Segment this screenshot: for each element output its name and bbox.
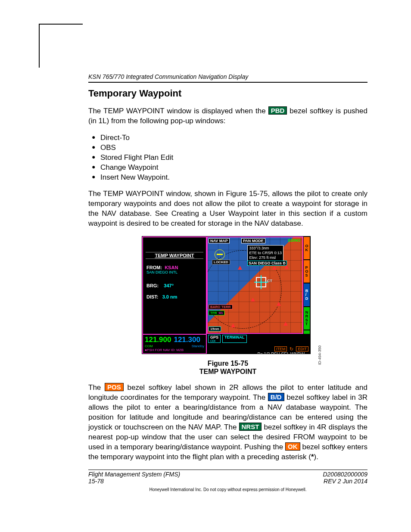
figure-caption: Figure 15-75 TEMP WAYPOINT xyxy=(88,359,367,376)
text: ). xyxy=(314,453,318,461)
bottom-strip: 121.900 121.300 COM Standby ●PSH FOR NAV… xyxy=(142,334,310,354)
device-screenshot: TEMP WAYPOINT FROM: KSAN SAN DIEGO INTL … xyxy=(142,236,311,354)
text: The TEMP WAYPOINT window is displayed wh… xyxy=(88,107,268,115)
from-sub: SAN DIEGO INTL xyxy=(146,270,202,274)
brg-label: BRG: xyxy=(146,283,159,288)
rotary-icon: ↻ xyxy=(290,346,293,352)
dist-value: 3.0 nm xyxy=(162,294,177,299)
running-head: KSN 765/770 Integrated Communication Nav… xyxy=(88,73,367,80)
edit-chip: EDIT xyxy=(296,346,308,352)
ownship-icon xyxy=(215,249,225,260)
gps-chip: GPSCDI xyxy=(208,335,221,343)
footer-left-1: Flight Management System (FMS) xyxy=(88,471,180,478)
com-label: COM xyxy=(145,344,153,348)
tfr-badge: TFR :01 xyxy=(209,311,224,315)
footer-right-1: D200802000009 xyxy=(323,471,367,478)
map-cursor xyxy=(256,277,266,287)
intro-paragraph: The TEMP WAYPOINT window is displayed wh… xyxy=(88,106,367,126)
crop-mark xyxy=(39,24,83,68)
pan-mode-badge: PAN MODE xyxy=(241,238,265,243)
list-item: Insert New Waypoint. xyxy=(88,173,367,182)
rule xyxy=(88,470,367,470)
panel-title: TEMP WAYPOINT xyxy=(146,252,203,259)
airspace-label: SAN DIEGO Class B xyxy=(247,261,287,266)
ct-label: CT xyxy=(267,279,272,283)
locked-badge: LOCKED xyxy=(212,260,230,264)
softkey-pos[interactable]: P O S xyxy=(303,260,310,283)
rule xyxy=(88,82,367,83)
list-item: Direct-To xyxy=(88,134,367,142)
standby-label: Standby xyxy=(192,344,204,348)
paragraph: The TEMP WAYPOINT window, shown in Figur… xyxy=(88,189,367,229)
brg-value: 347° xyxy=(164,283,174,288)
asterisk: * xyxy=(311,453,314,461)
cursor-info: 333°/3.3nm ETE to CRSR 0:13 Elev: 275 ft… xyxy=(247,245,283,261)
figure-number: Figure 15-75 xyxy=(88,359,367,367)
com-box: 121.900 121.300 COM Standby ●PSH FOR NAV… xyxy=(142,334,207,354)
copyright: Honeywell International Inc. Do not copy… xyxy=(88,487,367,492)
softkey-nrst[interactable]: N R S T xyxy=(303,307,310,330)
psh-nav: ●PSH FOR NAV ID: MZB xyxy=(145,348,204,352)
info-ete: ETE to CRSR 0:13 xyxy=(249,251,282,255)
dist-label: DIST: xyxy=(146,294,159,299)
list-item: Change Waypoint xyxy=(88,163,367,172)
range-badge: 15nm xyxy=(209,327,221,331)
list-item: Stored Flight Plan Edit xyxy=(88,153,367,162)
softkey-pos-label: POS xyxy=(105,383,124,391)
figure-side-id: ID-494-350 xyxy=(318,345,322,365)
terminal-chip: TERMINAL xyxy=(222,335,247,343)
bullet-list: Direct-To OBS Stored Flight Plan Edit Ch… xyxy=(88,134,367,182)
waypoint-edino: EDINO xyxy=(288,238,300,243)
softkey-ok[interactable]: O K xyxy=(303,236,310,260)
baro-terr-badge: BARO TERR xyxy=(209,305,233,309)
footer-right-2: REV 2 Jun 2014 xyxy=(324,478,367,485)
item-chip: ITEM xyxy=(274,346,287,352)
list-item: OBS xyxy=(88,143,367,152)
figure-title: TEMP WAYPOINT xyxy=(88,367,367,376)
softkey-ok-label: OK xyxy=(285,442,300,451)
freq-standby: 121.300 xyxy=(174,336,200,344)
info-brg-dist: 333°/3.3nm xyxy=(249,246,282,251)
after-paragraph: The POS bezel softkey label shown in 2R … xyxy=(88,383,367,462)
softkey-bd-label: B/D xyxy=(268,393,284,401)
from-label: FROM: xyxy=(146,265,162,270)
text: The xyxy=(88,383,105,392)
from-value: KSAN xyxy=(165,265,178,270)
page-indicator: Pg 1/3 PSH SEL WNDW ● xyxy=(258,352,309,354)
nav-map: NAV MAP PAN MODE LOCKED EDINO 333°/3.3nm… xyxy=(207,236,303,334)
temp-waypoint-panel: TEMP WAYPOINT FROM: KSAN SAN DIEGO INTL … xyxy=(142,236,207,336)
softkey-pbd: PBD xyxy=(268,106,287,115)
softkey-nrst-label: NRST xyxy=(239,423,262,431)
freq-active: 121.900 xyxy=(145,336,171,344)
nav-map-badge: NAV MAP xyxy=(209,238,230,243)
info-elev: Elev: 275 ft msl xyxy=(249,255,282,260)
section-title: Temporary Waypoint xyxy=(88,88,367,99)
figure: ID-494-350 TEMP WAYPOINT FROM: KSAN SAN … xyxy=(142,236,314,354)
softkey-bd[interactable]: B / D xyxy=(303,283,310,306)
footer-left-2: 15-78 xyxy=(88,478,104,485)
